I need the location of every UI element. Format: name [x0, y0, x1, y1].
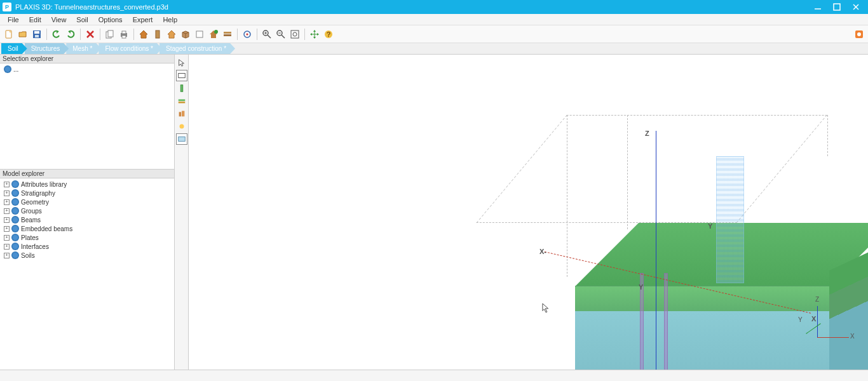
svg-rect-19	[196, 31, 203, 37]
svg-rect-43	[178, 102, 185, 104]
svg-point-33	[293, 32, 297, 36]
menu-soil[interactable]: Soil	[71, 16, 93, 23]
menu-view[interactable]: View	[46, 16, 72, 23]
print-button[interactable]	[118, 28, 130, 41]
panel-button[interactable]	[193, 28, 206, 41]
tree-item-plates[interactable]: +Plates	[3, 233, 172, 242]
menu-expert[interactable]: Expert	[128, 16, 158, 23]
vertical-toolbar	[175, 55, 189, 370]
svg-rect-45	[182, 111, 184, 117]
column-button[interactable]	[151, 28, 164, 41]
menu-file[interactable]: File	[3, 16, 24, 23]
phase-tab-staged[interactable]: Staged construction *	[159, 43, 235, 54]
minimize-button[interactable]	[808, 0, 827, 14]
viewport-3d[interactable]: Z Z X X- Y Y Z X Y	[189, 55, 868, 370]
copy-button[interactable]	[104, 28, 116, 41]
menu-options[interactable]: Options	[93, 16, 128, 23]
maximize-button[interactable]	[827, 0, 846, 14]
svg-point-46	[179, 124, 184, 129]
redo-button[interactable]	[64, 28, 77, 41]
tower-structure	[716, 156, 744, 283]
zoom-in-button[interactable]	[261, 28, 273, 41]
axis-x-neg-label: X-	[539, 248, 546, 255]
tree-item-embedded-beams[interactable]: +Embedded beams	[3, 224, 172, 233]
svg-point-20	[214, 30, 218, 34]
menu-help[interactable]: Help	[158, 16, 182, 23]
left-panel: Selection explorer ... Model explorer +A…	[0, 55, 175, 370]
close-button[interactable]	[846, 0, 865, 14]
svg-rect-42	[178, 99, 185, 101]
expand-icon[interactable]: +	[4, 208, 10, 214]
svg-rect-32	[291, 30, 299, 38]
svg-rect-7	[35, 35, 39, 37]
tree-item-interfaces[interactable]: +Interfaces	[3, 242, 172, 251]
home3-button[interactable]	[207, 28, 220, 41]
zoom-fit-button[interactable]	[288, 28, 301, 41]
globe-icon	[11, 251, 19, 259]
expand-icon[interactable]: +	[4, 217, 10, 223]
app-icon: P	[3, 3, 11, 11]
phase-tab-soil[interactable]: Soil	[1, 43, 27, 54]
tree-item-groups[interactable]: +Groups	[3, 206, 172, 215]
extra-tool[interactable]	[176, 121, 187, 132]
rectangle-tool[interactable]	[176, 70, 187, 81]
triad-x: X	[850, 333, 855, 340]
borehole-tool[interactable]	[176, 83, 187, 94]
home-button[interactable]	[137, 28, 150, 41]
move-button[interactable]	[308, 28, 321, 41]
tree-item-stratigraphy[interactable]: +Stratigraphy	[3, 189, 172, 197]
phase-tab-structures[interactable]: Structures	[25, 43, 69, 54]
svg-rect-13	[122, 31, 126, 34]
phase-tab-flow[interactable]: Flow conditions *	[98, 43, 162, 54]
tree-item-geometry[interactable]: +Geometry	[3, 197, 172, 206]
selection-explorer-body[interactable]: ...	[0, 64, 174, 170]
building-tool[interactable]	[176, 108, 187, 119]
menu-edit[interactable]: Edit	[24, 16, 46, 23]
globe-icon	[11, 234, 19, 241]
svg-point-39	[857, 32, 861, 36]
globe-icon	[11, 216, 19, 224]
cursor-icon	[542, 303, 551, 313]
new-button[interactable]	[3, 28, 15, 41]
app-name: PLAXIS 3D	[15, 3, 51, 11]
layers-button[interactable]	[221, 28, 234, 41]
help-button[interactable]: ?	[322, 28, 335, 41]
pointer-tool[interactable]	[176, 57, 187, 69]
soil-layer-lower	[575, 311, 829, 370]
open-button[interactable]	[17, 28, 29, 41]
globe-icon	[11, 189, 19, 197]
tree-item-attributes[interactable]: +Attributes library	[3, 180, 172, 189]
window-title: PLAXIS 3D: Tunnelnearstructures_converte…	[15, 3, 168, 11]
zoom-out-button[interactable]	[275, 28, 287, 41]
measure-button[interactable]	[241, 28, 254, 41]
orientation-triad[interactable]: Z X Y	[798, 300, 843, 344]
model-explorer-body[interactable]: +Attributes library +Stratigraphy +Geome…	[0, 178, 174, 261]
document-name: Tunnelnearstructures_converted.p3d	[55, 3, 168, 11]
expand-icon[interactable]: +	[4, 190, 10, 196]
expand-icon[interactable]: +	[4, 244, 10, 250]
axis-y-label: Y	[639, 283, 643, 291]
svg-line-26	[268, 35, 271, 38]
selection-root[interactable]: ...	[3, 65, 172, 74]
undo-button[interactable]	[50, 28, 63, 41]
globe-icon	[11, 225, 19, 232]
globe-icon	[11, 180, 19, 188]
structure-pillar	[664, 273, 668, 370]
selection-explorer-header: Selection explorer	[0, 55, 174, 64]
home2-button[interactable]	[165, 28, 178, 41]
grid-tool[interactable]	[176, 133, 187, 145]
expand-icon[interactable]: +	[4, 235, 10, 241]
connect-button[interactable]	[853, 28, 865, 41]
expand-icon[interactable]: +	[4, 253, 10, 258]
box-button[interactable]	[179, 28, 192, 41]
tree-item-soils[interactable]: +Soils	[3, 251, 172, 260]
save-button[interactable]	[31, 28, 43, 41]
expand-icon[interactable]: +	[4, 226, 10, 232]
delete-button[interactable]	[84, 28, 97, 41]
tree-item-beams[interactable]: +Beams	[3, 215, 172, 224]
expand-icon[interactable]: +	[4, 199, 10, 205]
globe-icon	[4, 65, 11, 73]
phase-tab-mesh[interactable]: Mesh *	[66, 43, 101, 54]
expand-icon[interactable]: +	[4, 182, 10, 187]
soil-layer-tool[interactable]	[176, 95, 187, 107]
